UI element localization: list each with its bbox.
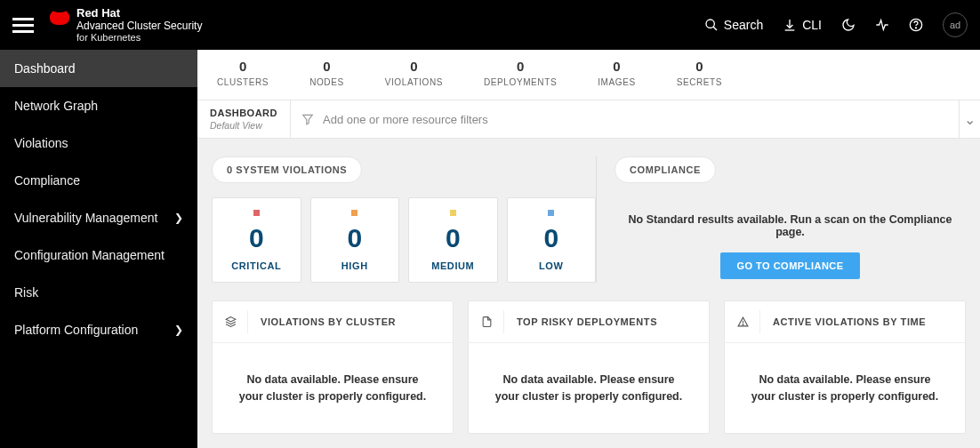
sidebar-item-label: Platform Configuration [14,323,138,337]
count-label: SECRETS [677,77,722,87]
sidebar-item-label: Network Graph [14,99,98,113]
sidebar-item-label: Compliance [14,173,80,188]
summary-counts: 0 CLUSTERS 0 NODES 0 VIOLATIONS 0 DEPLOY… [197,50,980,100]
sidebar-item-violations[interactable]: Violations [0,124,197,162]
severity-low[interactable]: 0 LOW [507,197,597,283]
svg-point-0 [706,20,714,28]
sidebar: Dashboard Network Graph Violations Compl… [0,50,197,448]
sidebar-item-dashboard[interactable]: Dashboard [0,50,197,87]
theme-toggle[interactable] [841,18,855,32]
severity-dot [450,210,456,216]
sidebar-item-network-graph[interactable]: Network Graph [0,87,197,124]
search-icon [704,18,719,32]
sidebar-item-platform-configuration[interactable]: Platform Configuration ❯ [0,311,197,348]
count-value: 0 [217,59,269,74]
dashboard-subtitle: Default View [210,120,277,131]
count-value: 0 [677,59,722,74]
count-label: CLUSTERS [217,77,269,87]
card-title: TOP RISKY DEPLOYMENTS [517,316,657,327]
sidebar-item-label: Vulnerability Management [14,211,157,225]
card-title: ACTIVE VIOLATIONS BY TIME [773,316,926,327]
sidebar-item-vulnerability-management[interactable]: Vulnerability Management ❯ [0,199,197,236]
svg-marker-5 [226,317,236,322]
card-top-risky-deployments: TOP RISKY DEPLOYMENTS No data available.… [468,300,710,434]
count-label: IMAGES [598,77,636,87]
card-title: VIOLATIONS BY CLUSTER [261,316,396,327]
chevron-right-icon: ❯ [174,324,183,336]
help-button[interactable] [909,18,923,32]
sidebar-item-label: Dashboard [14,61,76,76]
count-value: 0 [385,59,443,74]
severity-dot [351,210,357,216]
compliance-panel: COMPLIANCE No Standard results available… [596,156,966,283]
severity-name: LOW [515,260,589,271]
card-active-violations-by-time: ACTIVE VIOLATIONS BY TIME No data availa… [724,300,966,434]
topbar: Red Hat Advanced Cluster Security for Ku… [0,0,980,50]
sidebar-item-risk[interactable]: Risk [0,274,197,311]
severity-value: 0 [318,223,392,253]
moon-icon [841,18,855,32]
count-value: 0 [598,59,636,74]
search-button[interactable]: Search [704,18,763,32]
dashboard-header: DASHBOARD Default View Add one or more r… [197,100,980,139]
brand-line2: Advanced Cluster Security [76,20,202,32]
sidebar-item-compliance[interactable]: Compliance [0,162,197,199]
go-to-compliance-button[interactable]: GO TO COMPLIANCE [720,252,859,279]
severity-medium[interactable]: 0 MEDIUM [408,197,498,283]
activity-button[interactable] [875,18,889,32]
sidebar-item-configuration-management[interactable]: Configuration Management [0,236,197,274]
sidebar-item-label: Violations [14,136,68,150]
severity-name: MEDIUM [416,260,490,271]
severity-value: 0 [220,223,293,253]
count-label: NODES [309,77,344,87]
cli-label: CLI [802,18,822,32]
avatar-initials: ad [950,20,960,30]
count-nodes[interactable]: 0 NODES [309,59,344,87]
card-body: No data available. Please ensure your cl… [469,343,709,433]
count-violations[interactable]: 0 VIOLATIONS [385,59,443,87]
severity-value: 0 [416,223,490,253]
chevron-down-icon: ⌄ [964,111,976,128]
count-value: 0 [484,59,557,74]
sidebar-item-label: Risk [14,285,38,300]
system-violations-title: 0 SYSTEM VIOLATIONS [212,156,362,183]
compliance-message: No Standard results available. Run a sca… [615,213,966,238]
brand-line1: Red Hat [76,7,202,20]
resource-filter-input[interactable]: Add one or more resource filters [290,100,959,138]
severity-value: 0 [515,223,589,253]
card-body: No data available. Please ensure your cl… [213,343,453,433]
hamburger-icon[interactable] [12,18,34,33]
brand-line3: for Kubernetes [76,32,202,43]
severity-name: HIGH [318,260,392,271]
severity-dot [253,210,260,216]
count-secrets[interactable]: 0 SECRETS [677,59,722,87]
svg-point-7 [743,324,743,325]
system-violations-panel: 0 SYSTEM VIOLATIONS 0 CRITICAL 0 HIGH [212,156,596,283]
content: 0 CLUSTERS 0 NODES 0 VIOLATIONS 0 DEPLOY… [197,50,980,448]
search-label: Search [724,18,763,32]
svg-marker-4 [303,115,313,124]
cli-button[interactable]: CLI [783,18,822,32]
brand: Red Hat Advanced Cluster Security for Ku… [50,7,202,43]
redhat-logo-icon [50,9,69,25]
filter-placeholder: Add one or more resource filters [323,113,488,126]
alert-icon [737,310,760,333]
file-icon [481,310,504,333]
user-avatar[interactable]: ad [943,12,968,37]
count-value: 0 [309,59,344,74]
filter-dropdown-toggle[interactable]: ⌄ [959,100,980,138]
svg-line-1 [713,27,717,30]
dashboard-title: DASHBOARD [210,108,277,118]
severity-high[interactable]: 0 HIGH [310,197,400,283]
severity-name: CRITICAL [220,260,293,271]
activity-icon [875,18,889,32]
severity-dot [548,210,554,216]
count-clusters[interactable]: 0 CLUSTERS [217,59,269,87]
count-images[interactable]: 0 IMAGES [598,59,636,87]
count-deployments[interactable]: 0 DEPLOYMENTS [484,59,557,87]
count-label: VIOLATIONS [385,77,443,87]
layers-icon [225,310,248,333]
chevron-right-icon: ❯ [174,212,183,224]
severity-critical[interactable]: 0 CRITICAL [212,197,301,283]
sidebar-item-label: Configuration Management [14,248,165,262]
